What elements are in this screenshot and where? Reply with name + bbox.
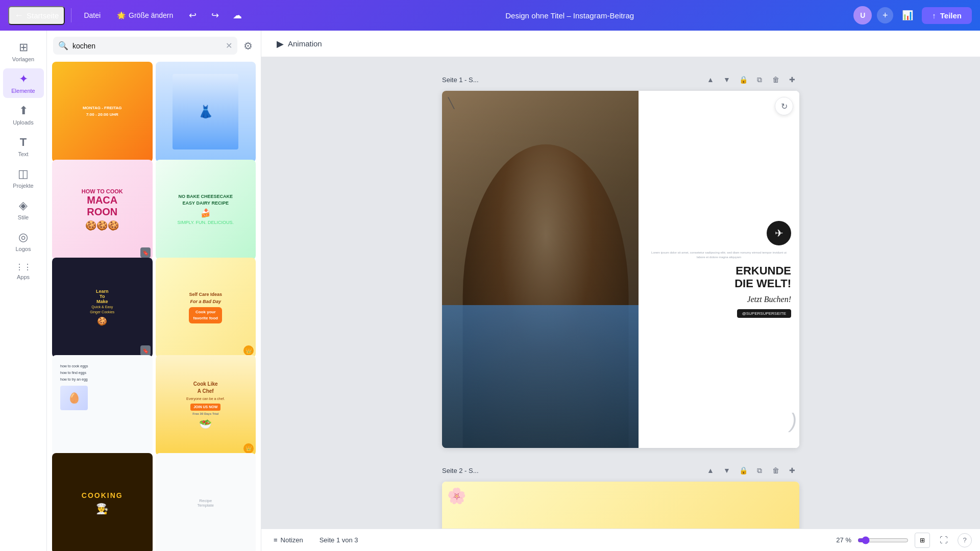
sidebar-item-projekte[interactable]: ◫ Projekte: [3, 163, 44, 193]
template-card-selfcare[interactable]: Self Care IdeasFor a Bad Day Cook yourfa…: [156, 258, 256, 358]
template-preview-macaroon: HOW TO COOKMACAROON 🍪🍪🍪: [52, 160, 153, 260]
redo-button[interactable]: ↪: [206, 6, 224, 24]
projects-icon: ◫: [18, 167, 29, 181]
page-2-lock[interactable]: 🔒: [736, 463, 750, 478]
erkunde-text: ERKUNDEDIE WELT!: [647, 265, 791, 289]
home-button[interactable]: ← Startseite: [8, 6, 65, 25]
page-1-delete[interactable]: 🗑: [769, 72, 783, 87]
sidebar-label-stile: Stile: [18, 214, 29, 220]
share-button[interactable]: ↑ Teilen: [922, 7, 972, 24]
template-preview-food-schedule: MONTAG - FREITAG7:00 - 20:00 UHR: [52, 62, 153, 162]
page-2-wrapper: Seite 2 - S... ▲ ▼ 🔒 ⧉ 🗑 ✚ 🌸 🌺: [442, 463, 799, 529]
topbar-divider: [71, 8, 71, 22]
animation-button[interactable]: ▶ Animation: [270, 35, 329, 53]
person-silhouette: [463, 144, 629, 448]
sidebar-item-logos[interactable]: ◎ Logos: [3, 227, 44, 256]
page-1-add[interactable]: ✚: [785, 72, 799, 87]
template-preview-selfcare: Self Care IdeasFor a Bad Day Cook yourfa…: [156, 258, 256, 358]
save-cloud-button[interactable]: ☁: [228, 6, 247, 24]
sidebar-item-text[interactable]: T Text: [3, 132, 44, 161]
search-clear-button[interactable]: ✕: [226, 41, 232, 51]
page-2-header: Seite 2 - S... ▲ ▼ 🔒 ⧉ 🗑 ✚: [442, 463, 799, 478]
sidebar-label-projekte: Projekte: [13, 183, 33, 189]
page-2-controls: ▲ ▼ 🔒 ⧉ 🗑 ✚: [703, 463, 799, 478]
add-collaborator-button[interactable]: +: [877, 7, 893, 23]
corner-accent: ╲: [448, 97, 454, 109]
page-1-controls: ▲ ▼ 🔒 ⧉ 🗑 ✚: [703, 72, 799, 87]
page-1-header: Seite 1 - S... ▲ ▼ 🔒 ⧉ 🗑 ✚: [442, 72, 799, 87]
page-1-duplicate[interactable]: ⧉: [752, 72, 767, 87]
template-card-chef[interactable]: Cook LikeA Chef Everyone can be a chef. …: [156, 355, 256, 456]
page-1-lock[interactable]: 🔒: [736, 72, 750, 87]
template-card-minimal[interactable]: RecipeTemplate: [156, 453, 256, 551]
brand-circle-icon: ✈: [767, 221, 791, 245]
page-indicator: Seite 1 von 3: [320, 536, 358, 544]
sidebar-item-uploads[interactable]: ⬆ Uploads: [3, 100, 44, 130]
page-2-collapse-up[interactable]: ▲: [703, 463, 718, 478]
sidebar-item-elemente[interactable]: ✦ Elemente: [3, 68, 44, 98]
home-label: Startseite: [27, 11, 59, 20]
page-1-collapse-up[interactable]: ▲: [703, 72, 718, 87]
search-panel: 🔍 ✕ ⚙ MONTAG - FREITAG7:00 - 20:00 UHR 👗: [47, 31, 261, 551]
template-card-food-schedule[interactable]: MONTAG - FREITAG7:00 - 20:00 UHR: [52, 62, 153, 162]
page-1-expand-down[interactable]: ▼: [720, 72, 734, 87]
file-label: Datei: [84, 11, 101, 19]
page-2-canvas[interactable]: 🌸 🌺 Self Care IdeasFor a Bad Day Cook yo…: [442, 482, 799, 529]
text-icon: T: [20, 136, 27, 149]
sidebar-item-vorlagen[interactable]: ⊞ Vorlagen: [3, 37, 44, 66]
topbar-left: ← Startseite Datei 🌟 Größe ändern ↩ ↪ ☁: [8, 6, 286, 25]
template-card-cheesecake[interactable]: NO BAKE CHEESECAKEEASY DAIRY RECIPE🍰 SIM…: [156, 160, 256, 260]
design-title: Design ohne Titel – Instagram-Beitrag: [505, 11, 634, 20]
template-preview-cheesecake: NO BAKE CHEESECAKEEASY DAIRY RECIPE🍰 SIM…: [156, 160, 256, 260]
page-2-expand-down[interactable]: ▼: [720, 463, 734, 478]
jetzt-text: Jetzt Buchen!: [647, 295, 791, 304]
undo-button[interactable]: ↩: [183, 6, 202, 24]
notes-button[interactable]: ≡ Notizen: [270, 534, 307, 546]
badge-bookmark-macaroon: 🔖: [140, 247, 151, 258]
logos-icon: ◎: [18, 231, 28, 244]
uploads-icon: ⬆: [19, 104, 28, 117]
zoom-slider[interactable]: [857, 536, 909, 544]
grid-view-button[interactable]: ⊞: [915, 533, 930, 548]
template-card-eggs[interactable]: how to cook eggshow to find eggshow to t…: [52, 355, 153, 456]
search-bar: 🔍 ✕ ⚙: [47, 31, 261, 59]
page-1-photo: [442, 91, 649, 448]
template-preview-cookies: LearnToMakeQuick & EasyGinger Cookies 🍪: [52, 258, 153, 358]
sidebar-label-apps: Apps: [17, 274, 30, 280]
canvas-content[interactable]: Seite 1 - S... ▲ ▼ 🔒 ⧉ 🗑 ✚: [261, 57, 980, 529]
badge-bookmark-cookies: 🔖: [140, 345, 151, 356]
fullscreen-button[interactable]: ⛶: [936, 533, 951, 548]
page-1-refresh-button[interactable]: ↻: [775, 97, 793, 115]
animation-icon: ▶: [277, 38, 284, 49]
template-card-fashion[interactable]: 👗: [156, 62, 256, 162]
sidebar: ⊞ Vorlagen ✦ Elemente ⬆ Uploads T Text ◫…: [0, 31, 47, 551]
template-card-cooking[interactable]: COOKING 👨‍🍳: [52, 453, 153, 551]
file-button[interactable]: Datei: [78, 8, 107, 22]
template-preview-chef: Cook LikeA Chef Everyone can be a chef. …: [156, 355, 256, 456]
page-2-label: Seite 2 - S...: [442, 467, 479, 474]
search-icon: 🔍: [58, 41, 68, 51]
avatar[interactable]: U: [853, 6, 872, 24]
page-2-duplicate[interactable]: ⧉: [752, 463, 767, 478]
sidebar-item-apps[interactable]: ⋮⋮ Apps: [3, 258, 44, 284]
sidebar-item-stile[interactable]: ◈ Stile: [3, 195, 44, 224]
resize-button[interactable]: 🌟 Größe ändern: [111, 8, 179, 22]
main-layout: ⊞ Vorlagen ✦ Elemente ⬆ Uploads T Text ◫…: [0, 31, 980, 551]
sidebar-label-logos: Logos: [16, 246, 31, 252]
template-card-macaroon[interactable]: HOW TO COOKMACAROON 🍪🍪🍪 🔖: [52, 160, 153, 260]
topbar-right: U + 📊 ↑ Teilen: [853, 6, 972, 24]
help-button[interactable]: ?: [958, 533, 972, 547]
apps-icon: ⋮⋮: [15, 262, 32, 272]
search-filter-button[interactable]: ⚙: [241, 38, 255, 54]
search-input[interactable]: [72, 42, 222, 50]
page-1-canvas[interactable]: ✈ Lorem ipsum dolor sit amet, consetetur…: [442, 91, 799, 448]
page-2-add[interactable]: ✚: [785, 463, 799, 478]
page-2-delete[interactable]: 🗑: [769, 463, 783, 478]
template-preview-cooking: COOKING 👨‍🍳: [52, 453, 153, 551]
topbar-center: Design ohne Titel – Instagram-Beitrag: [292, 11, 847, 20]
search-input-wrap[interactable]: 🔍 ✕: [53, 37, 237, 55]
template-preview-minimal: RecipeTemplate: [156, 453, 256, 551]
stats-button[interactable]: 📊: [898, 6, 917, 24]
sidebar-label-elemente: Elemente: [11, 88, 35, 94]
template-card-cookies[interactable]: LearnToMakeQuick & EasyGinger Cookies 🍪 …: [52, 258, 153, 358]
